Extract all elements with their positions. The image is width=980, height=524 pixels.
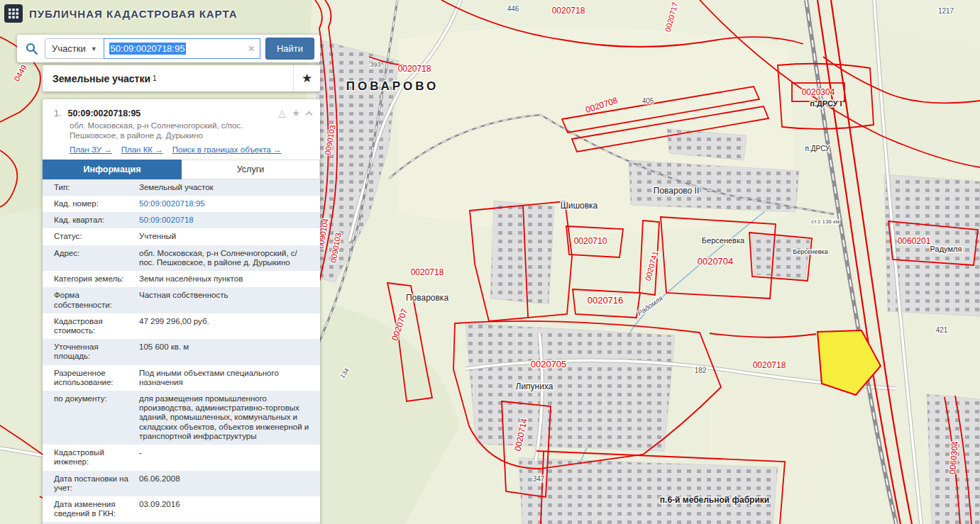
parcel-header: 1. 50:09:0020718:95 △ ★ (43, 106, 320, 120)
map-label: п.ДРСУ I (810, 99, 842, 108)
info-label: по документу: (43, 391, 133, 445)
info-label: Кад. квартал: (43, 212, 133, 228)
map-label: 0060201 (898, 236, 931, 246)
parcel-address: обл. Московская, р-н Солнечногорский, с/… (43, 120, 320, 144)
search-icon[interactable] (26, 43, 38, 55)
map-label: Радумля (930, 245, 962, 253)
map-label: Липуниха (516, 381, 554, 391)
plan-kk-link[interactable]: План КК → (121, 145, 163, 154)
chevron-down-icon: ▼ (91, 45, 97, 52)
parcel-links: План ЗУ →План КК →Поиск в границах объек… (43, 144, 320, 160)
category-dropdown[interactable]: Участки ▼ (45, 38, 104, 59)
map-label: 347 (533, 475, 545, 483)
collapse-chevron-icon[interactable] (306, 111, 313, 118)
parcel-index: 1. (54, 108, 61, 118)
parcel-detail-panel: 1. 50:09:0020718:95 △ ★ обл. Московская,… (43, 99, 320, 524)
plan-zu-link[interactable]: План ЗУ → (70, 145, 112, 154)
map-label: п.6-й мебельной фабрики (660, 495, 769, 505)
search-in-bounds-link[interactable]: Поиск в границах объекта → (172, 145, 282, 154)
map-label: 446 (507, 5, 519, 13)
info-label: Категория земель: (43, 271, 133, 287)
map-label: 0020710 (574, 236, 607, 246)
results-title-text: Земельные участки (53, 73, 150, 84)
map-label: 0020718 (411, 267, 444, 277)
search-query-text: 50:09:0020718:95 (109, 43, 187, 55)
map-label: 0020304 (802, 87, 835, 97)
warning-triangle-icon[interactable]: △ (278, 108, 285, 118)
map-label: 0020705 (531, 359, 567, 369)
map-label: Поваровка (406, 293, 448, 303)
search-panel: Участки ▼ 50:09:0020718:95 × Найти (17, 35, 320, 62)
map-label: п.ДРСУ (805, 145, 830, 152)
map-label: ст.1 136 км (811, 218, 839, 225)
info-row: Кадастровая стоимость:47 299 296,00 руб. (43, 313, 320, 339)
info-row: Статус:Учтенный (43, 228, 320, 245)
info-value: 06.06.2008 (133, 471, 320, 496)
map-label: 182 (695, 367, 707, 374)
map-label: Поварово II (654, 186, 699, 196)
info-row: Тип:Земельный участок (43, 179, 320, 196)
map-label: Берсеневка (702, 236, 745, 245)
info-row: Категория земель:Земли населённых пункто… (43, 271, 320, 287)
favorite-star-icon[interactable]: ★ (292, 108, 300, 118)
info-row: Дата постановки на учет:06.06.2008 (43, 471, 320, 496)
map-label: Берсеневка (793, 248, 827, 255)
results-panel: Земельные участки 1 ★ (43, 65, 320, 91)
info-label: Кад. номер: (43, 196, 133, 212)
app-title: ПУБЛИЧНАЯ КАДАСТРОВАЯ КАРТА (29, 8, 237, 20)
map-label: 0020718 (552, 6, 585, 16)
map-label: 1217 (938, 7, 954, 15)
info-label: Форма собственности: (43, 287, 133, 313)
map-label: 421 (936, 326, 948, 334)
info-row: Уточненная площадь:105 600 кв. м (43, 339, 320, 364)
map-label: 0020716 (588, 295, 624, 306)
map-label: 0020718 (753, 360, 786, 370)
info-row: Дата изменения сведений в ГКН:03.09.2016 (43, 496, 320, 522)
info-value[interactable]: 50:09:0020718:95 (133, 196, 320, 212)
parcel-number: 50:09:0020718:95 (67, 108, 141, 118)
parcel-info-table: Тип:Земельный участокКад. номер:50:09:00… (43, 179, 320, 524)
tab-services[interactable]: Услуги (182, 160, 320, 179)
info-row: Адрес:обл. Московская, р-н Солнечногорск… (43, 245, 320, 271)
info-label: Дата изменения сведений в ГКН: (43, 496, 133, 522)
map-label: Шишовка (561, 201, 598, 211)
results-count: 1 (153, 74, 157, 82)
info-value: 105 600 кв. м (133, 339, 320, 364)
info-row: Кад. номер:50:09:0020718:95 (43, 196, 320, 212)
info-value: Под иными объектами специального назначе… (133, 365, 320, 391)
menu-grid-icon[interactable] (4, 4, 23, 23)
find-button[interactable]: Найти (265, 38, 314, 60)
info-row: Кад. квартал:50:09:0020718 (43, 212, 320, 228)
info-label: Разрешенное использование: (43, 365, 133, 391)
tab-information[interactable]: Информация (43, 160, 182, 179)
info-value: для размещения промышленного производств… (133, 391, 320, 445)
results-title: Земельные участки 1 (43, 65, 293, 91)
info-value[interactable]: 50:09:0020718 (133, 212, 320, 228)
search-input[interactable]: 50:09:0020718:95 × (104, 38, 260, 59)
category-label: Участки (52, 43, 86, 54)
map-label: 0020704 (698, 256, 734, 267)
info-value: Земельный участок (133, 179, 320, 196)
info-label: Кадастровая стоимость: (43, 313, 133, 339)
info-value: обл. Московская, р-н Солнечногорский, с/… (133, 245, 320, 271)
map-label: ПОВАРОВО (346, 79, 439, 93)
info-label: Дата постановки на учет: (43, 471, 133, 496)
parcel-tabs: ИнформацияУслуги (43, 160, 320, 179)
info-label: Тип: (43, 179, 133, 196)
info-label: Статус: (43, 228, 133, 245)
star-icon: ★ (302, 71, 312, 86)
info-row: Форма собственности:Частная собственност… (43, 287, 320, 313)
info-row: по документу:для размещения промышленног… (43, 391, 320, 445)
map-label: 405 (642, 97, 654, 105)
info-value: 03.09.2016 (133, 496, 320, 522)
info-value: Частная собственность (133, 287, 320, 313)
info-label: Кадастровый инженер: (43, 445, 133, 470)
map-label: 393 (370, 61, 380, 68)
info-row: Кадастровый инженер:- (43, 445, 320, 470)
favorites-button[interactable]: ★ (293, 65, 320, 91)
clear-icon[interactable]: × (248, 43, 255, 55)
info-label: Уточненная площадь: (43, 339, 133, 364)
info-value: - (133, 445, 320, 470)
map-label: 0020718 (398, 64, 431, 74)
info-label: Адрес: (43, 245, 133, 271)
